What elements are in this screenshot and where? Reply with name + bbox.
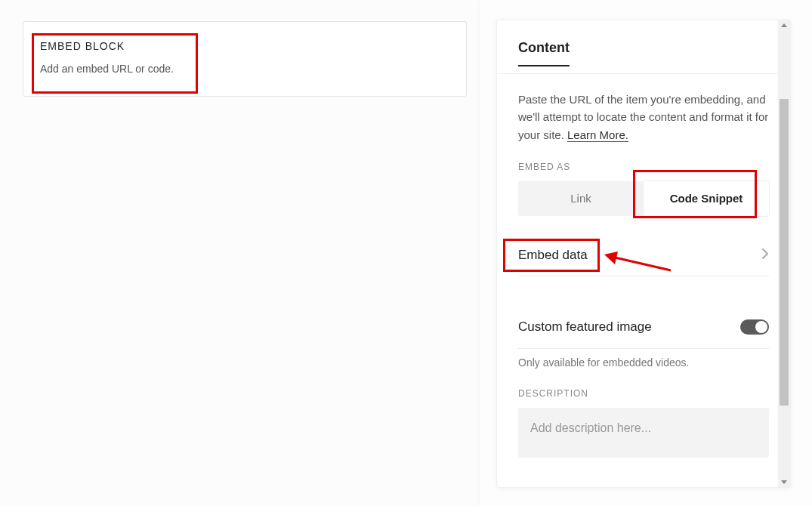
- embed-as-segmented: Link Code Snippet: [518, 181, 769, 216]
- learn-more-link[interactable]: Learn More.: [567, 128, 628, 142]
- featured-image-helper: Only available for embedded videos.: [518, 356, 769, 369]
- embed-data-row[interactable]: Embed data: [518, 236, 769, 276]
- scroll-up-icon[interactable]: [781, 23, 787, 27]
- featured-image-row: Custom featured image: [518, 307, 769, 349]
- embed-as-link-button[interactable]: Link: [518, 181, 644, 216]
- chevron-right-icon: [761, 248, 769, 263]
- tab-content[interactable]: Content: [518, 40, 570, 66]
- scroll-down-icon[interactable]: [781, 480, 787, 484]
- embed-block-subtitle: Add an embed URL or code.: [40, 63, 449, 75]
- featured-image-label: Custom featured image: [518, 319, 652, 335]
- embed-block-title: EMBED BLOCK: [40, 40, 449, 52]
- embed-data-label: Embed data: [518, 248, 588, 263]
- embed-info-text-body: Paste the URL of the item you're embeddi…: [518, 93, 768, 141]
- description-input[interactable]: [518, 408, 769, 458]
- embed-as-label: EMBED AS: [518, 162, 769, 172]
- toggle-knob: [755, 321, 767, 333]
- panel-scrollbar[interactable]: [778, 20, 790, 487]
- embed-as-code-button[interactable]: Code Snippet: [644, 181, 769, 216]
- scroll-thumb[interactable]: [780, 99, 789, 406]
- content-panel: Content Paste the URL of the item you're…: [496, 20, 791, 488]
- embed-block-card: EMBED BLOCK Add an embed URL or code.: [23, 21, 467, 97]
- description-label: DESCRIPTION: [518, 388, 769, 399]
- embed-info-text: Paste the URL of the item you're embeddi…: [518, 91, 769, 143]
- featured-image-toggle[interactable]: [740, 319, 769, 335]
